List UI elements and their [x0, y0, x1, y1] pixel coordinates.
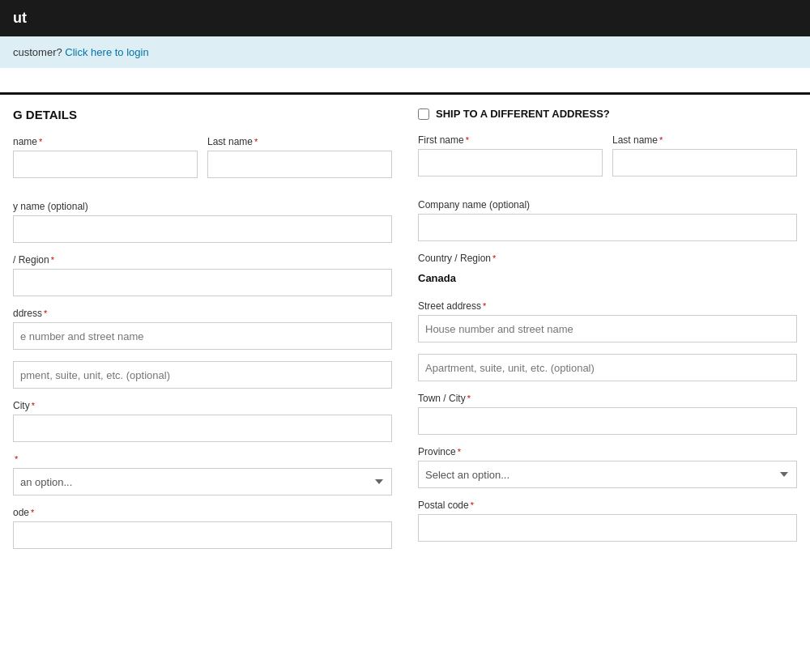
billing-street-input[interactable] [13, 322, 392, 350]
login-link[interactable]: Click here to login [65, 46, 148, 58]
billing-company-label: y name (optional) [13, 201, 392, 212]
billing-last-name-input[interactable] [207, 151, 392, 178]
billing-city-input[interactable] [13, 415, 392, 442]
login-bar: customer? Click here to login [0, 36, 810, 68]
shipping-first-name-group: First name* [418, 134, 603, 177]
shipping-last-name-label: Last name* [612, 134, 797, 146]
billing-last-name-group: Last name* [207, 136, 392, 178]
shipping-street-input[interactable] [418, 315, 797, 342]
login-text: customer? [13, 46, 62, 58]
shipping-country-group: Country / Region* Canada [418, 253, 797, 289]
form-container: G DETAILS name* Last name* y name (optio… [0, 92, 810, 576]
billing-city-group: City* [13, 400, 392, 442]
shipping-city-group: Town / City* [418, 393, 797, 435]
billing-province-select[interactable]: an option... [13, 468, 392, 495]
billing-postal-group: ode* [13, 507, 392, 549]
billing-first-name-input[interactable] [13, 151, 198, 178]
billing-apt-input[interactable] [13, 361, 392, 389]
billing-title: G DETAILS [13, 108, 392, 121]
shipping-postal-group: Postal code* [418, 500, 797, 542]
billing-company-input[interactable] [13, 215, 392, 243]
shipping-last-name-input[interactable] [612, 149, 797, 177]
shipping-city-label: Town / City* [418, 393, 797, 404]
billing-street-group: ddress* [13, 308, 392, 350]
shipping-apt-group [418, 354, 797, 381]
shipping-postal-label: Postal code* [418, 500, 797, 511]
shipping-section: SHIP TO A DIFFERENT ADDRESS? First name*… [405, 92, 810, 576]
billing-company-group: y name (optional) [13, 201, 392, 243]
shipping-apt-input[interactable] [418, 354, 797, 381]
billing-street-label: ddress* [13, 308, 392, 319]
billing-province-group: * an option... [13, 453, 392, 495]
shipping-company-group: Company name (optional) [418, 199, 797, 241]
shipping-city-input[interactable] [418, 407, 797, 435]
ship-to-different-checkbox[interactable] [418, 108, 429, 120]
shipping-country-label: Country / Region* [418, 253, 797, 264]
shipping-first-name-label: First name* [418, 134, 603, 146]
shipping-postal-input[interactable] [418, 514, 797, 542]
billing-apt-group [13, 361, 392, 389]
shipping-company-input[interactable] [418, 214, 797, 241]
top-bar: ut [0, 0, 810, 36]
ship-header: SHIP TO A DIFFERENT ADDRESS? [418, 108, 797, 120]
billing-country-input[interactable] [13, 269, 392, 296]
shipping-province-label: Province* [418, 446, 797, 457]
billing-postal-input[interactable] [13, 521, 392, 549]
shipping-street-label: Street address* [418, 300, 797, 312]
billing-country-group: / Region* [13, 254, 392, 296]
billing-postal-label: ode* [13, 507, 392, 518]
shipping-name-row: First name* Last name* [418, 134, 797, 188]
ship-header-label: SHIP TO A DIFFERENT ADDRESS? [436, 108, 610, 120]
billing-country-label: / Region* [13, 254, 392, 266]
shipping-first-name-input[interactable] [418, 149, 603, 177]
shipping-street-group: Street address* [418, 300, 797, 342]
shipping-province-select[interactable]: Select an option... [418, 461, 797, 488]
shipping-country-value: Canada [418, 267, 797, 289]
billing-province-label: * [13, 453, 392, 465]
shipping-company-label: Company name (optional) [418, 199, 797, 211]
billing-city-label: City* [13, 400, 392, 411]
billing-section: G DETAILS name* Last name* y name (optio… [0, 92, 405, 576]
shipping-last-name-group: Last name* [612, 134, 797, 177]
billing-name-row: name* Last name* [13, 136, 392, 189]
top-bar-title: ut [13, 10, 27, 27]
billing-last-name-label: Last name* [207, 136, 392, 147]
shipping-province-group: Province* Select an option... [418, 446, 797, 488]
billing-first-name-group: name* [13, 136, 198, 178]
billing-first-name-label: name* [13, 136, 198, 147]
